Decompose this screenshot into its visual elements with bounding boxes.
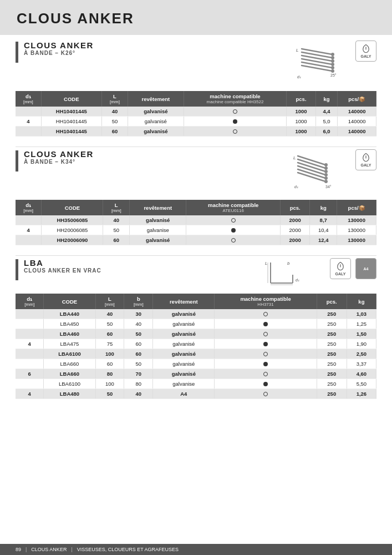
svg-point-10	[331, 63, 334, 66]
cell-pcs: 1000	[287, 127, 315, 137]
section-k26-subtitle: À BANDE – K26°	[24, 50, 94, 56]
lba-table: d₁[mm] CODE L[mm] b[mm] revêtement machi…	[16, 294, 376, 399]
cell-code: HH20006090	[42, 235, 103, 245]
cell-pcsbox: 140000	[338, 107, 376, 117]
section-k34: CLOUS ANKER À BANDE – K34° L	[16, 149, 376, 245]
page-header: CLOUS ANKER	[0, 0, 392, 35]
cell-b: 30	[124, 309, 153, 319]
cell-l: 60	[95, 359, 124, 369]
svg-text:d₁: d₁	[296, 278, 299, 282]
footer-sep: |	[26, 547, 27, 552]
cell-revetement: galvanisé	[130, 235, 186, 245]
cell-revetement: galvanisé	[153, 309, 215, 319]
cell-code: HH10401445	[41, 107, 101, 117]
table-row: LBA6100 100 80 galvanise 250 5,50	[16, 379, 376, 389]
table-row: LBA450 50 40 galvanisé 250 1,25	[16, 319, 376, 329]
cell-pcs: 250	[317, 359, 347, 369]
cell-kg: 1,25	[347, 319, 376, 329]
cell-kg: 2,50	[347, 349, 376, 359]
cell-d1	[16, 329, 44, 339]
cell-code: HH10401445	[41, 127, 101, 137]
cell-dot	[215, 369, 317, 379]
section-k26-main-title: CLOUS ANKER	[24, 41, 94, 50]
k26-col-l: L[mm]	[102, 91, 128, 107]
section-lba: LBA CLOUS ANKER EN VRAC L b	[16, 258, 376, 399]
lba-galy-badge: GALY	[330, 258, 351, 279]
k26-table-header-row: d₁[mm] CODE L[mm] revêtement machine com…	[16, 91, 376, 107]
cell-dot	[186, 215, 281, 225]
svg-point-26	[324, 176, 328, 180]
cell-pcsbox: 130000	[337, 215, 376, 225]
cell-d1	[16, 107, 41, 117]
table-row: LBA460 60 50 galvanisé 250 1,50	[16, 329, 376, 339]
cell-d1: 4	[16, 117, 41, 127]
cell-code: LBA480	[44, 389, 95, 399]
cell-l: 40	[102, 107, 128, 117]
k26-galy-label: GALY	[361, 54, 371, 58]
svg-point-22	[324, 163, 328, 167]
cell-revetement: galvanise	[130, 225, 186, 235]
cell-dot	[215, 329, 317, 339]
k26-col-pcs: pcs.	[287, 91, 315, 107]
page-footer: 89 | CLOUS ANKER | VISSEUSES, CLOUEURS E…	[0, 544, 392, 555]
lba-col-code: CODE	[44, 294, 95, 309]
lba-table-header-row: d₁[mm] CODE L[mm] b[mm] revêtement machi…	[16, 294, 376, 309]
section-k26: CLOUS ANKER À BANDE – K26° L	[16, 41, 376, 137]
cell-b: 80	[124, 379, 153, 389]
cell-b: 60	[124, 339, 153, 349]
section-accent	[16, 259, 18, 280]
cell-d1	[16, 127, 41, 137]
svg-text:L: L	[293, 155, 296, 160]
cell-b: 40	[124, 389, 153, 399]
k34-col-pcsbox: pcs/📦	[337, 200, 376, 215]
footer-category: VISSEUSES, CLOUEURS ET AGRAFEUSES	[77, 547, 179, 552]
cell-b: 40	[124, 319, 153, 329]
cell-dot	[184, 127, 287, 137]
svg-point-23	[324, 167, 328, 170]
cell-l: 50	[95, 389, 124, 399]
section-lba-title-area: LBA CLOUS ANKER EN VRAC	[16, 258, 101, 280]
lba-col-revetement: revêtement	[153, 294, 215, 309]
section-lba-header-right: L b d₁	[262, 258, 376, 291]
section-k34-header-right: L	[285, 149, 376, 198]
cell-b: 70	[124, 369, 153, 379]
cell-revetement: galvanise	[153, 379, 215, 389]
table-row: LBA440 40 30 galvanisé 250 1,03	[16, 309, 376, 319]
lba-a4-badge: A4	[355, 258, 376, 279]
k26-col-code: CODE	[41, 91, 101, 107]
k26-table: d₁[mm] CODE L[mm] revêtement machine com…	[16, 91, 376, 137]
section-k26-title-area: CLOUS ANKER À BANDE – K26°	[16, 41, 94, 63]
table-row: HH10401445 40 galvanisé 1000 4,4 140000	[16, 107, 376, 117]
cell-code: HH35006085	[42, 215, 103, 225]
svg-text:L: L	[265, 261, 267, 266]
divider-1	[16, 147, 376, 147]
table-row: 4 HH20006085 50 galvanise 2000 10,4 1300…	[16, 225, 376, 235]
cell-b: 60	[124, 349, 153, 359]
k34-galy-label: GALY	[361, 163, 371, 167]
cell-d1: 4	[16, 389, 44, 399]
k26-col-pcsbox: pcs/📦	[338, 91, 376, 107]
cell-pcs: 250	[317, 369, 347, 379]
svg-point-12	[331, 69, 334, 73]
cell-revetement: galvanisé	[128, 127, 184, 137]
cell-d1	[16, 359, 44, 369]
svg-point-7	[331, 53, 334, 56]
cell-code: LBA6100	[44, 379, 95, 389]
svg-text:d₁: d₁	[297, 75, 301, 79]
section-k26-header-right: L	[285, 41, 376, 89]
cell-revetement: galvanisé	[153, 349, 215, 359]
cell-code: LBA6100	[44, 349, 95, 359]
cell-l: 75	[95, 339, 124, 349]
table-row: LBA6100 100 60 galvanisé 250 2,50	[16, 349, 376, 359]
cell-pcs: 250	[317, 389, 347, 399]
svg-point-24	[324, 170, 328, 173]
section-accent	[16, 150, 18, 171]
cell-pcs: 250	[317, 349, 347, 359]
cell-b: 50	[124, 329, 153, 339]
svg-point-25	[324, 173, 328, 176]
cell-revetement: galvanisé	[153, 329, 215, 339]
cell-kg: 5,0	[315, 117, 338, 127]
cell-kg: 5,50	[347, 379, 376, 389]
k26-nail-diagram: L	[285, 41, 349, 89]
cell-b: 50	[124, 359, 153, 369]
